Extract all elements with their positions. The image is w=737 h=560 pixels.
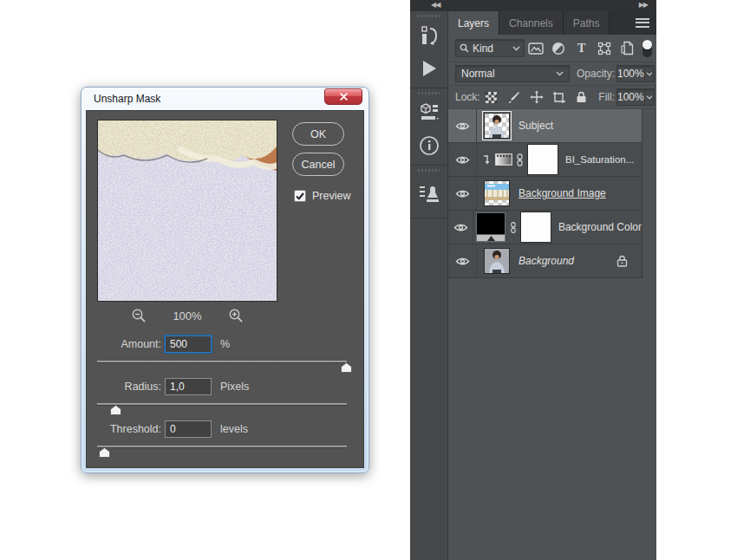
layer-filter-row: Kind <box>448 35 656 62</box>
layer-name[interactable]: Subject <box>519 120 553 132</box>
fill-dropdown[interactable]: 100% <box>616 88 655 106</box>
layer-row-subject[interactable]: Subject <box>448 109 642 143</box>
photoshop-panel-column: ◀◀ ▶▶ <box>410 0 656 560</box>
lock-all-button[interactable] <box>571 91 593 103</box>
visibility-cell[interactable] <box>448 177 477 210</box>
filter-kind-dropdown[interactable]: Kind <box>455 39 525 57</box>
amount-slider-track[interactable] <box>97 361 347 363</box>
blend-mode-dropdown[interactable]: Normal <box>455 65 570 82</box>
mask-link-icon[interactable] <box>510 221 517 234</box>
chevron-down-icon <box>646 95 653 100</box>
filter-kind-label: Kind <box>473 42 493 55</box>
opacity-dropdown[interactable]: 100% <box>616 65 655 82</box>
expand-panels-icon[interactable]: ▶▶ <box>639 1 648 9</box>
opacity-label: Opacity: <box>577 68 615 80</box>
radius-unit: Pixels <box>220 381 249 393</box>
threshold-slider-thumb[interactable] <box>99 447 110 458</box>
dialog-titlebar[interactable]: Unsharp Mask <box>82 88 368 110</box>
layer-row-background-image[interactable]: Background Image <box>448 177 642 211</box>
ok-button[interactable]: OK <box>292 122 344 146</box>
filter-adjustment-layers-button[interactable] <box>547 42 570 55</box>
panel-grip[interactable] <box>418 92 440 94</box>
libraries-panel-button[interactable] <box>410 96 447 129</box>
layer-thumbnail[interactable] <box>484 113 510 139</box>
panel-topbar: ◀◀ ▶▶ <box>410 0 656 11</box>
zoom-level-label: 100% <box>173 309 201 322</box>
amount-input[interactable] <box>165 335 212 353</box>
layer-thumbnail[interactable] <box>484 248 510 274</box>
eye-icon <box>455 257 470 266</box>
panel-menu-icon[interactable] <box>636 18 649 28</box>
layer-thumbnail[interactable] <box>484 180 510 206</box>
layer-name[interactable]: Background <box>519 255 574 267</box>
preview-zoom-controls: 100% <box>97 307 277 324</box>
info-panel-button[interactable] <box>410 129 447 162</box>
clipping-mask-arrow-icon <box>482 154 491 165</box>
lock-pixels-button[interactable] <box>503 91 525 104</box>
filter-toggle-switch[interactable] <box>642 40 652 57</box>
visibility-cell[interactable] <box>448 109 477 142</box>
layer-row-background-color[interactable]: Background Color <box>448 211 642 244</box>
filter-type-layers-button[interactable]: T <box>571 42 593 55</box>
search-icon <box>460 43 469 53</box>
zoom-out-icon[interactable] <box>131 308 147 323</box>
lock-position-button[interactable] <box>525 90 548 104</box>
eye-icon <box>453 223 468 232</box>
radius-slider[interactable] <box>97 403 347 415</box>
zoom-in-icon[interactable] <box>228 308 244 323</box>
layer-mask-thumbnail[interactable] <box>527 144 558 175</box>
threshold-slider-track[interactable] <box>97 446 347 448</box>
layer-name[interactable]: Background Color <box>558 221 642 233</box>
dialog-body: 100% Amount: % <box>86 110 364 468</box>
close-icon <box>340 93 348 101</box>
threshold-slider[interactable] <box>97 446 347 458</box>
tab-paths[interactable]: Paths <box>564 11 610 35</box>
layer-row-bi-saturation[interactable]: BI_Saturation... <box>448 143 642 177</box>
lock-artboard-button[interactable] <box>548 91 571 104</box>
visibility-cell[interactable] <box>448 143 477 176</box>
layer-row-background[interactable]: Background <box>448 244 642 278</box>
lock-icon <box>576 91 587 103</box>
preview-checkbox[interactable] <box>294 190 306 202</box>
threshold-input[interactable] <box>165 420 212 438</box>
tab-channels[interactable]: Channels <box>499 11 564 35</box>
amount-slider[interactable] <box>97 361 347 373</box>
panel-grip[interactable] <box>418 15 440 17</box>
play-icon <box>421 59 438 78</box>
filter-shape-layers-button[interactable] <box>593 42 616 55</box>
filter-preview-image[interactable] <box>97 120 277 302</box>
panel-grip[interactable] <box>418 169 440 172</box>
lock-transparency-button[interactable] <box>480 92 503 103</box>
collapse-panels-icon[interactable]: ◀◀ <box>431 1 440 9</box>
strip-separator <box>410 88 447 88</box>
layer-mask-thumbnail[interactable] <box>520 212 551 243</box>
filter-smart-objects-button[interactable] <box>616 41 638 55</box>
type-T-icon: T <box>577 42 585 55</box>
actions-panel-button[interactable] <box>410 52 447 85</box>
dialog-title: Unsharp Mask <box>94 93 160 105</box>
cube-list-icon <box>419 102 440 123</box>
radius-slider-thumb[interactable] <box>110 405 121 415</box>
mask-link-icon[interactable] <box>516 153 524 166</box>
chevron-down-icon <box>512 46 520 51</box>
visibility-cell[interactable] <box>448 211 473 244</box>
amount-slider-thumb[interactable] <box>341 362 352 373</box>
clone-source-panel-button[interactable] <box>410 173 447 215</box>
amount-unit: % <box>220 338 230 350</box>
layer-name[interactable]: BI_Saturation... <box>565 154 634 165</box>
visibility-cell[interactable] <box>448 244 477 277</box>
radius-input[interactable] <box>165 378 212 395</box>
panel-tabbar: Layers Channels Paths <box>448 11 656 35</box>
slider-triangle-icon <box>487 236 495 241</box>
radius-slider-track[interactable] <box>97 403 347 406</box>
filter-pixel-layers-button[interactable] <box>525 42 547 55</box>
cancel-button[interactable]: Cancel <box>292 153 344 176</box>
close-button[interactable] <box>324 88 362 105</box>
history-panel-button[interactable] <box>410 19 447 52</box>
fill-layer-thumbnail[interactable] <box>476 212 505 242</box>
layer-name[interactable]: Background Image <box>519 187 606 199</box>
adjustment-layer-icon[interactable] <box>495 153 512 166</box>
eye-icon <box>455 189 470 199</box>
blend-mode-value: Normal <box>461 68 495 80</box>
tab-layers[interactable]: Layers <box>448 11 499 35</box>
